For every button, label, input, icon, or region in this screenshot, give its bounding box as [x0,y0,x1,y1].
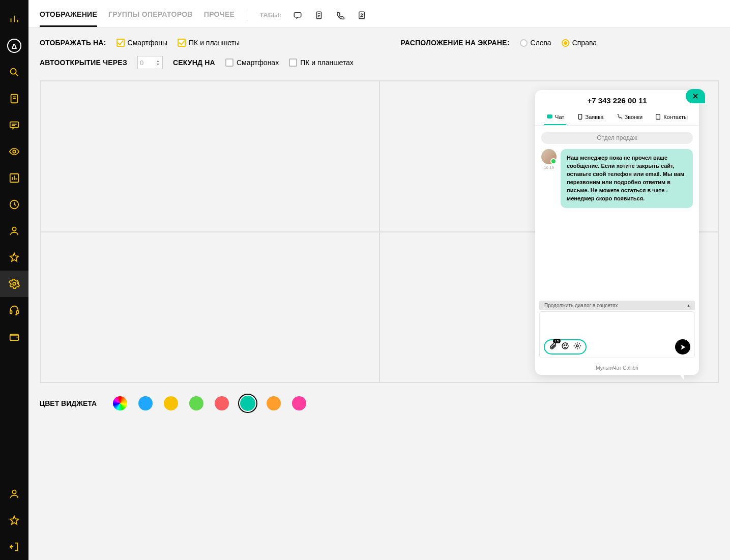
wtab-chat[interactable]: Чат [544,110,566,125]
svg-rect-18 [656,114,660,120]
swatch-yellow[interactable] [164,396,178,410]
svg-point-15 [361,14,363,15]
sidebar: Δ [0,0,28,560]
preview-cell-tl [40,81,379,232]
widget-phone: +7 343 226 00 11 [587,96,647,105]
wtab-form[interactable]: Заявка [575,110,606,125]
person-icon[interactable] [0,218,28,244]
swatch-rainbow[interactable] [113,396,127,410]
person2-icon[interactable] [0,481,28,507]
svg-point-11 [12,490,16,494]
document-icon[interactable] [0,85,28,112]
attach-badge: 15 [553,339,561,343]
gear-icon[interactable] [573,342,581,352]
svg-point-0 [11,69,16,74]
preview-cell-bl [40,232,379,383]
tabs-caption: ТАБЫ: [259,11,281,19]
tab-contacts-icon[interactable] [357,10,367,20]
svg-point-3 [13,150,16,153]
star2-icon[interactable] [0,507,28,534]
placement-label: РАСПОЛОЖЕНИЕ НА ЭКРАНЕ: [400,39,509,47]
logout-icon[interactable] [0,534,28,560]
department-pill: Отдел продаж [541,132,693,144]
wallet-icon[interactable] [0,323,28,350]
autoopen-pre: АВТООТКРЫТИЕ ЧЕРЕЗ [40,58,127,67]
swatch-teal[interactable] [240,396,255,411]
tab-phone-icon[interactable] [335,10,345,20]
eye-icon[interactable] [0,138,28,165]
radio-left[interactable]: Слева [520,39,551,47]
preview-area: +7 343 226 00 11 Чат Заявка Звонки Конта… [40,80,719,383]
spin-up-icon[interactable]: ▲ [156,59,161,63]
radio-right[interactable]: Справа [562,39,597,47]
wtab-contacts[interactable]: Контакты [653,110,690,125]
svg-rect-12 [294,12,301,17]
social-bar[interactable]: Продолжить диалог в соцсетях ▴ [539,301,695,310]
emoji-icon[interactable] [561,342,569,352]
chk-smartphones[interactable]: Смартфоны [116,39,168,47]
stats-icon[interactable] [0,165,28,191]
clock-icon[interactable] [0,191,28,218]
chk-desktops[interactable]: ПК и планшеты [178,39,240,47]
svg-point-22 [576,345,578,347]
star-icon[interactable] [0,244,28,271]
logo-icon[interactable]: Δ [0,33,28,59]
display-on-label: ОТОБРАЖАТЬ НА: [40,39,106,47]
swatch-green[interactable] [189,396,203,410]
message-bubble: Наш менеджер пока не прочел ваше сообщен… [561,149,693,208]
widget-footer: МультиЧат Callibri [535,362,699,375]
search-icon[interactable] [0,59,28,85]
swatch-blue[interactable] [138,396,153,410]
tool-pill: 15 [544,339,587,355]
autoopen-post: СЕКУНД НА [173,58,215,67]
avatar-time: 16:18 [541,165,557,170]
message-input[interactable]: 15 [539,311,695,358]
svg-rect-17 [578,114,582,120]
chk-auto-desk[interactable]: ПК и планшетах [289,58,354,67]
wtab-calls[interactable]: Звонки [614,110,645,125]
swatch-pink[interactable] [292,396,306,410]
tabs-bar: ОТОБРАЖЕНИЕ ГРУППЫ ОПЕРАТОРОВ ПРОЧЕЕ ТАБ… [28,0,730,27]
headset-icon[interactable] [0,297,28,323]
widget-tabs: Чат Заявка Звонки Контакты [535,107,699,126]
tab-form-icon[interactable] [314,10,324,20]
spin-down-icon[interactable]: ▼ [156,63,161,66]
bars-icon[interactable] [0,6,28,33]
attach-icon[interactable]: 15 [549,342,557,352]
swatch-red[interactable] [215,396,229,410]
tab-chat-icon[interactable] [293,10,303,20]
chk-auto-smart[interactable]: Смартфонах [225,58,279,67]
message-row: 16:18 Наш менеджер пока не прочел ваше с… [541,149,693,208]
svg-point-6 [12,227,16,231]
avatar [541,149,557,164]
caret-up-icon: ▴ [687,303,690,308]
send-button[interactable] [675,339,690,355]
controls: ОТОБРАЖАТЬ НА: Смартфоны ПК и планшеты Р… [28,27,730,80]
chat-widget: +7 343 226 00 11 Чат Заявка Звонки Конта… [535,90,699,375]
svg-rect-16 [547,115,552,119]
swatch-orange[interactable] [267,396,281,410]
svg-point-21 [566,345,566,345]
widget-close-button[interactable] [686,89,705,103]
tab-other[interactable]: ПРОЧЕЕ [204,6,235,27]
tab-groups[interactable]: ГРУППЫ ОПЕРАТОРОВ [108,6,193,27]
color-label: ЦВЕТ ВИДЖЕТА [40,399,97,407]
svg-point-19 [562,343,568,349]
svg-point-7 [13,282,16,285]
tab-display[interactable]: ОТОБРАЖЕНИЕ [40,6,97,27]
svg-rect-9 [17,311,19,314]
svg-point-20 [564,345,564,345]
chat-icon[interactable] [0,112,28,138]
autoopen-seconds[interactable]: 0▲▼ [137,56,163,69]
color-row: ЦВЕТ ВИДЖЕТА [28,383,730,424]
main: ОТОБРАЖЕНИЕ ГРУППЫ ОПЕРАТОРОВ ПРОЧЕЕ ТАБ… [28,0,730,560]
settings-icon[interactable] [0,271,28,297]
svg-rect-8 [10,311,12,314]
